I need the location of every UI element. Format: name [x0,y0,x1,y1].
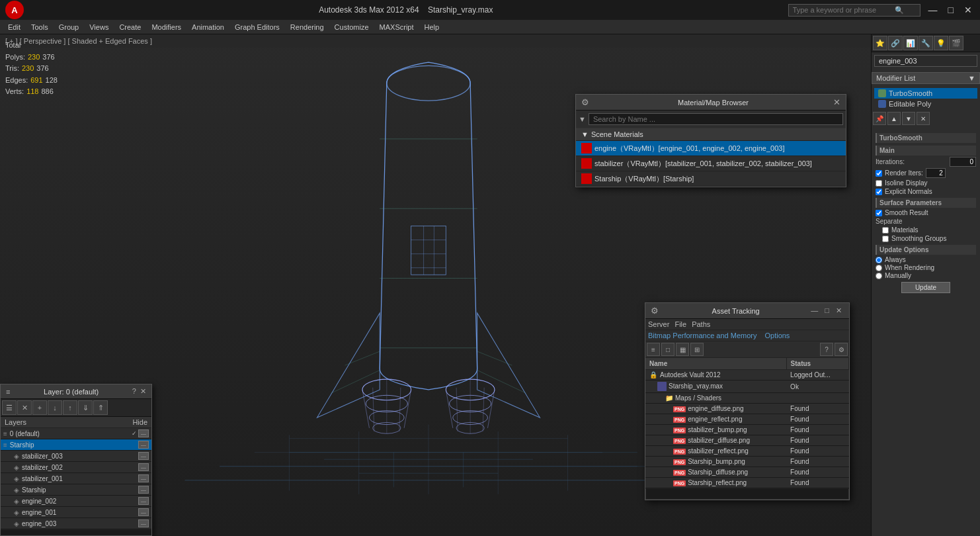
asset-close-btn[interactable]: ✕ [834,306,844,315]
modifier-turbosmooth[interactable]: TurboSmooth [874,88,977,99]
layers-tb-icon-1[interactable]: ☰ [2,400,17,415]
rp-icon-6[interactable]: 🎬 [949,36,963,50]
asset-row-7[interactable]: PNGstabilizer_reflect.pngFound [645,446,849,457]
menu-help[interactable]: Help [419,22,445,32]
manually-radio[interactable] [876,273,882,279]
search-input[interactable] [793,6,892,14]
layer-item-1[interactable]: ≡ Starship — [1,439,151,451]
mod-tb-delete[interactable]: ✕ [917,112,930,125]
asset-tracking-header: ⚙ Asset Tracking — □ ✕ [645,303,849,319]
menu-edit[interactable]: Edit [3,22,26,32]
menu-modifiers[interactable]: Modifiers [146,22,186,32]
render-iters-input[interactable] [926,168,946,178]
layer-item-8[interactable]: ◈ engine_003 — [1,518,151,529]
asset-bitmap-perf[interactable]: Bitmap Performance and Memory [648,332,756,339]
mat-row-engine[interactable]: engine（VRayMtl）[engine_001, engine_002, … [576,141,846,156]
smooth-result-checkbox[interactable] [876,210,882,216]
menu-maxscript[interactable]: MAXScript [374,22,419,32]
asset-table-body: 🔒Autodesk Vault 2012Logged Out...Starshi… [645,370,849,488]
asset-row-1[interactable]: Starship_vray.maxOk [645,380,849,393]
layers-help[interactable]: ? [132,387,136,396]
rp-icon-3[interactable]: 📊 [903,36,918,50]
always-radio[interactable] [876,257,882,263]
maximize-button[interactable]: □ [946,5,956,15]
mat-browser-close[interactable]: ✕ [833,97,840,107]
mat-row-starship[interactable]: Starship（VRayMtl）[Starship] [576,171,846,187]
layers-tb-icon-3[interactable]: + [32,400,47,415]
asset-tb-icon-2[interactable]: □ [661,343,674,356]
update-button[interactable]: Update [901,282,950,293]
viewport[interactable]: [ + ] [ Perspective ] [ Shaded + Edged F… [0,34,871,536]
render-iters-checkbox[interactable] [876,170,882,177]
asset-table-container[interactable]: Name Status 🔒Autodesk Vault 2012Logged O… [645,358,849,489]
layers-tb-icon-6[interactable]: ⇓ [78,400,93,415]
menu-views[interactable]: Views [84,22,114,32]
asset-menu-file[interactable]: File [674,320,686,328]
rp-icon-1[interactable]: ⭐ [873,36,887,50]
menu-tools[interactable]: Tools [26,22,54,32]
rp-icon-5[interactable]: 💡 [934,36,948,50]
asset-minimize-btn[interactable]: — [809,306,820,315]
menu-create[interactable]: Create [114,22,146,32]
layer-item-6[interactable]: ◈ engine_002 — [1,496,151,507]
asset-tb-settings[interactable]: ⚙ [835,343,848,356]
mat-browser-search-input[interactable] [589,113,843,125]
asset-options[interactable]: Options [764,332,790,339]
modifier-list-dropdown[interactable]: Modifier List ▼ [872,72,980,84]
asset-row-8[interactable]: PNGStarship_bump.pngFound [645,457,849,467]
mat-row-stabilizer[interactable]: stabilizer（VRayMtl）[stabilizer_001, stab… [576,156,846,171]
mod-tb-move-dn[interactable]: ▼ [902,112,915,125]
asset-tb-icon-4[interactable]: ⊞ [690,343,704,356]
materials-checkbox[interactable] [882,227,889,234]
smoothing-groups-checkbox[interactable] [882,236,889,242]
menu-animation[interactable]: Animation [186,22,229,32]
asset-row-4[interactable]: PNGengine_reflect.pngFound [645,414,849,425]
layer-item-4[interactable]: ◈ stabilizer_001 — [1,473,151,484]
layers-tb-icon-5[interactable]: ↑ [63,400,77,415]
layers-scroll[interactable] [1,529,151,535]
asset-tb-help[interactable]: ? [820,343,833,356]
svg-rect-12 [411,226,446,275]
mod-tb-move-up[interactable]: ▲ [887,112,901,125]
iterations-input[interactable] [950,157,976,167]
menu-graph-editors[interactable]: Graph Editors [229,22,285,32]
rp-icon-4[interactable]: 🔧 [919,36,933,50]
layer-item-2[interactable]: ◈ stabilizer_003 — [1,451,151,462]
layer-item-7[interactable]: ◈ engine_001 — [1,507,151,518]
png-icon: PNG [673,406,686,412]
search-box[interactable]: 🔍 [788,4,920,17]
asset-row-0[interactable]: 🔒Autodesk Vault 2012Logged Out... [645,370,849,380]
rp-icon-2[interactable]: 🔗 [888,36,903,50]
modifier-editable-poly[interactable]: Editable Poly [874,99,977,109]
minimize-button[interactable]: — [926,5,940,15]
asset-tb-icon-3[interactable]: ▦ [676,343,689,356]
asset-path-input[interactable] [645,489,849,500]
layers-tb-icon-4[interactable]: ↓ [48,400,62,415]
layer-name: 0 (default) [10,430,130,437]
layers-tb-icon-7[interactable]: ⇑ [93,400,108,415]
menu-rendering[interactable]: Rendering [285,22,329,32]
menu-customize[interactable]: Customize [329,22,374,32]
asset-row-2[interactable]: 📁Maps / Shaders [645,393,849,404]
manually-row: Manually [876,272,976,279]
asset-row-10[interactable]: PNGStarship_reflect.pngFound [645,478,849,488]
asset-row-6[interactable]: PNGstabilizer_diffuse.pngFound [645,435,849,446]
layer-item-3[interactable]: ◈ stabilizer_002 — [1,462,151,473]
asset-row-9[interactable]: PNGStarship_diffuse.pngFound [645,467,849,478]
asset-menu-paths[interactable]: Paths [692,320,710,328]
isoline-checkbox[interactable] [876,180,882,187]
close-button[interactable]: ✕ [961,5,975,15]
layers-tb-icon-2[interactable]: ✕ [17,400,32,415]
explicit-normals-checkbox[interactable] [876,189,882,195]
layers-close-btn[interactable]: ✕ [140,387,146,396]
layer-item-0[interactable]: ≡ 0 (default) ✓ — [1,428,151,439]
when-rendering-radio[interactable] [876,265,882,271]
asset-restore-btn[interactable]: □ [823,306,831,315]
asset-menu-server[interactable]: Server [648,320,669,328]
menu-group[interactable]: Group [54,22,85,32]
asset-row-5[interactable]: PNGstabilizer_bump.pngFound [645,425,849,435]
asset-tb-icon-1[interactable]: ≡ [647,343,660,356]
mod-tb-pin[interactable]: 📌 [873,112,886,125]
asset-row-3[interactable]: PNGengine_diffuse.pngFound [645,404,849,414]
layer-item-5[interactable]: ◈ Starship — [1,484,151,496]
